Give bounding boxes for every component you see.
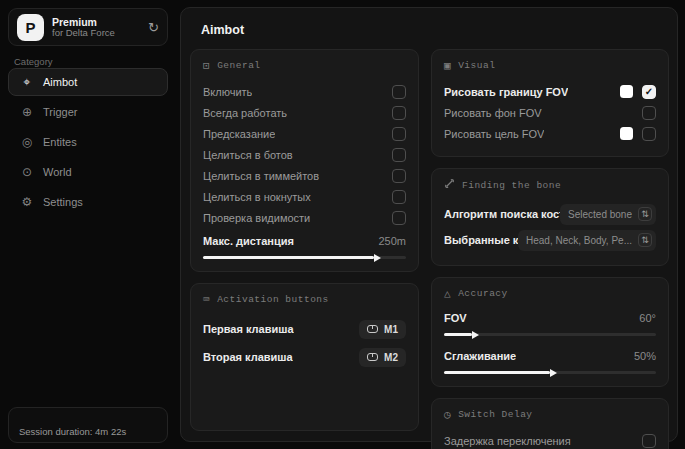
toggle-label: Включить [203, 86, 252, 98]
toggle-label: Целиться в нокнутых [203, 191, 311, 203]
switch-delay-toggle-label: Задержка переключения [444, 435, 571, 447]
slider-thumb[interactable] [472, 331, 479, 339]
aimbot-crosshair-icon: ⌖ [20, 75, 34, 89]
sidebar-item-trigger[interactable]: ⊕ Trigger [8, 98, 168, 126]
sidebar-item-aimbot[interactable]: ⌖ Aimbot [8, 68, 168, 96]
page-title: Aimbot [201, 23, 669, 37]
toggle-row-visibility-check: Проверка видимости [203, 207, 406, 228]
sidebar: P Premium for Delta Force ↻ Category ⌖ A… [0, 0, 176, 449]
session-duration: Session duration: 4m 22s [8, 407, 168, 443]
visual-label: Рисовать границу FOV [444, 86, 568, 98]
switch-delay-toggle-row: Задержка переключения [444, 430, 656, 449]
toggle-label: Целиться в тиммейтов [203, 170, 319, 182]
visual-row-fov-border: Рисовать границу FOV ✓ [444, 81, 656, 102]
panel-activation-buttons: ⌨ Activation buttons Первая клавиша M1 В… [190, 283, 419, 431]
selected-bones-select[interactable]: Head, Neck, Body, Pe... ⇅ [518, 230, 656, 251]
bone-algorithm-select[interactable]: Selected bone ⇅ [560, 204, 656, 225]
keybind-row-second: Вторая клавиша M2 [203, 343, 406, 371]
select-value: Selected bone [568, 209, 632, 220]
app-window: P Premium for Delta Force ↻ Category ⌖ A… [0, 0, 685, 449]
bone-algorithm-row: Алгоритм поиска кост Selected bone ⇅ [444, 201, 656, 227]
visual-icon: ▣ [444, 59, 451, 72]
sidebar-item-label: Settings [43, 196, 83, 208]
panel-title-accuracy: Accuracy [458, 288, 508, 299]
slider-thumb[interactable] [550, 369, 557, 377]
panel-visual: ▣ Visual Рисовать границу FOV ✓ Рисовать… [431, 49, 669, 157]
max-distance-slider[interactable] [203, 256, 406, 259]
refresh-icon[interactable]: ↻ [148, 20, 159, 35]
fov-slider[interactable] [444, 333, 656, 336]
slider-label: FOV [444, 312, 467, 324]
sidebar-item-entites[interactable]: ◎ Entites [8, 128, 168, 156]
fov-slider-block: FOV 60° [444, 309, 656, 336]
main-content: Aimbot ⊡ General Включить [180, 7, 678, 442]
slider-label: Сглаживание [444, 350, 516, 362]
switch-delay-checkbox[interactable] [642, 434, 656, 448]
fov-border-color-swatch[interactable] [620, 85, 633, 98]
panel-title-activation: Activation buttons [217, 294, 329, 305]
fov-background-checkbox[interactable] [642, 106, 656, 120]
triangle-icon: △ [444, 287, 451, 300]
enable-checkbox[interactable] [392, 85, 406, 99]
toggle-label: Проверка видимости [203, 212, 310, 224]
toggle-row-target-knocked: Целиться в нокнутых [203, 186, 406, 207]
fov-border-checkbox[interactable]: ✓ [642, 85, 656, 99]
product-name: Premium [52, 16, 140, 28]
panel-general: ⊡ General Включить Всегда работать [190, 49, 419, 272]
panel-finding-bone: Finding the bone Алгоритм поиска кост Se… [431, 168, 669, 266]
fov-target-checkbox[interactable] [642, 127, 656, 141]
category-label: Category [14, 56, 53, 67]
smoothing-slider[interactable] [444, 371, 656, 374]
visual-row-fov-background: Рисовать фон FOV [444, 102, 656, 123]
gear-icon: ⚙ [20, 195, 34, 209]
toggle-row-prediction: Предсказание [203, 123, 406, 144]
product-card: P Premium for Delta Force ↻ [8, 8, 168, 46]
toggle-row-always-work: Всегда работать [203, 102, 406, 123]
chevron-up-down-icon: ⇅ [638, 207, 652, 221]
target-teammates-checkbox[interactable] [392, 169, 406, 183]
slider-value: 50% [634, 350, 656, 362]
target-bots-checkbox[interactable] [392, 148, 406, 162]
entities-icon: ◎ [20, 135, 34, 149]
visibility-check-checkbox[interactable] [392, 211, 406, 225]
sidebar-item-label: Aimbot [43, 76, 77, 88]
sidebar-nav: ⌖ Aimbot ⊕ Trigger ◎ Entites ⊙ World ⚙ S… [8, 68, 168, 216]
panel-title-general: General [217, 60, 260, 71]
mouse-icon [367, 325, 378, 333]
target-knocked-checkbox[interactable] [392, 190, 406, 204]
sidebar-item-settings[interactable]: ⚙ Settings [8, 188, 168, 216]
smoothing-slider-block: Сглаживание 50% [444, 347, 656, 374]
sidebar-item-world[interactable]: ⊙ World [8, 158, 168, 186]
globe-icon: ⊙ [20, 165, 34, 179]
bone-icon [444, 178, 455, 192]
slider-value: 250m [378, 235, 406, 247]
keybind-row-first: Первая клавиша M1 [203, 315, 406, 343]
panel-title-bone: Finding the bone [462, 180, 561, 191]
always-work-checkbox[interactable] [392, 106, 406, 120]
toggle-label: Всегда работать [203, 107, 287, 119]
clock-icon: ◷ [444, 408, 451, 421]
mouse-icon [367, 353, 378, 361]
sidebar-item-label: Trigger [43, 106, 77, 118]
slider-label: Макс. дистанция [203, 235, 294, 247]
general-crosshair-icon: ⊡ [203, 59, 210, 72]
slider-value: 60° [639, 312, 656, 324]
visual-label: Рисовать фон FOV [444, 107, 542, 119]
toggle-row-target-teammates: Целиться в тиммейтов [203, 165, 406, 186]
panel-accuracy: △ Accuracy FOV 60° Сгл [431, 277, 669, 387]
first-key-button[interactable]: M1 [359, 320, 406, 339]
toggle-row-enable: Включить [203, 81, 406, 102]
panel-title-visual: Visual [458, 60, 495, 71]
toggle-label: Предсказание [203, 128, 275, 140]
sidebar-item-label: World [43, 166, 72, 178]
prediction-checkbox[interactable] [392, 127, 406, 141]
fov-target-color-swatch[interactable] [620, 127, 633, 140]
trigger-crosshair-icon: ⊕ [20, 105, 34, 119]
second-key-button[interactable]: M2 [359, 348, 406, 367]
bone-algorithm-label: Алгоритм поиска кост [444, 208, 560, 220]
keybind-value: M1 [384, 324, 398, 335]
select-value: Head, Neck, Body, Pe... [526, 235, 632, 246]
keybind-label: Вторая клавиша [203, 351, 293, 363]
slider-thumb[interactable] [374, 254, 381, 262]
product-subtitle: for Delta Force [52, 28, 140, 39]
